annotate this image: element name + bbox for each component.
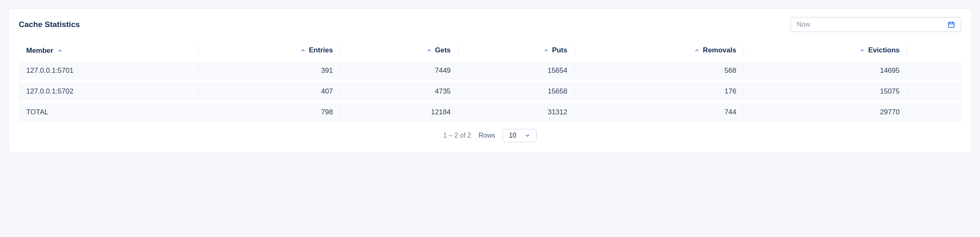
col-label: Removals: [703, 46, 736, 54]
calendar-icon: [948, 21, 955, 28]
col-header-gets[interactable]: Gets: [341, 42, 458, 59]
cell-puts: 15654: [458, 59, 575, 80]
col-label: Evictions: [868, 46, 900, 54]
table-row: 127.0.0.1:5702 407 4735 15658 176 15075: [19, 80, 961, 101]
cell-evictions: 15075: [744, 80, 907, 101]
cell-evictions: 14695: [744, 59, 907, 80]
col-label: Puts: [552, 46, 567, 54]
chevron-up-icon: [427, 48, 432, 53]
cell-entries: 407: [199, 80, 340, 101]
pagination-range: 1 – 2 of 2: [443, 132, 471, 139]
chevron-up-icon: [694, 48, 699, 53]
table-header-row: Member Entries Gets: [19, 42, 961, 59]
table-row: 127.0.0.1:5701 391 7449 15654 568 14695: [19, 59, 961, 80]
rows-label: Rows: [478, 132, 495, 139]
cell-gets: 12184: [341, 101, 458, 121]
card-title: Cache Statistics: [19, 20, 80, 29]
table-body: 127.0.0.1:5701 391 7449 15654 568 14695 …: [19, 59, 961, 121]
cell-removals: 744: [575, 101, 744, 121]
cell-puts: 31312: [458, 101, 575, 121]
cell-puts: 15658: [458, 80, 575, 101]
col-header-entries[interactable]: Entries: [199, 42, 340, 59]
chevron-up-icon: [860, 48, 865, 53]
statistics-table: Member Entries Gets: [19, 42, 961, 121]
cell-gets: 7449: [341, 59, 458, 80]
col-header-evictions[interactable]: Evictions: [744, 42, 907, 59]
cache-statistics-card: Cache Statistics Now Member: [8, 8, 972, 153]
page-size-value: 10: [509, 132, 516, 139]
chevron-up-icon: [544, 48, 549, 53]
cell-removals: 568: [575, 59, 744, 80]
cell-evictions: 29770: [744, 101, 907, 121]
cell-spacer: [907, 80, 961, 101]
col-label: Entries: [309, 46, 333, 54]
col-spacer: [907, 42, 961, 59]
col-label: Gets: [435, 46, 451, 54]
cell-entries: 391: [199, 59, 340, 80]
col-header-puts[interactable]: Puts: [458, 42, 575, 59]
cell-member: 127.0.0.1:5701: [19, 59, 199, 80]
col-header-member[interactable]: Member: [19, 42, 199, 59]
cell-removals: 176: [575, 80, 744, 101]
chevron-down-icon: [525, 133, 530, 138]
time-picker[interactable]: Now: [791, 17, 961, 32]
card-header: Cache Statistics Now: [19, 17, 961, 32]
chevron-up-icon: [301, 48, 306, 53]
cell-gets: 4735: [341, 80, 458, 101]
time-picker-value: Now: [797, 21, 810, 28]
page-size-select[interactable]: 10: [502, 129, 537, 142]
chevron-up-icon: [57, 48, 62, 53]
cell-member: TOTAL: [19, 101, 199, 121]
table-row-total: TOTAL 798 12184 31312 744 29770: [19, 101, 961, 121]
col-label: Member: [26, 47, 53, 55]
col-header-removals[interactable]: Removals: [575, 42, 744, 59]
cell-member: 127.0.0.1:5702: [19, 80, 199, 101]
pagination: 1 – 2 of 2 Rows 10: [19, 129, 961, 142]
cell-entries: 798: [199, 101, 340, 121]
cell-spacer: [907, 59, 961, 80]
cell-spacer: [907, 101, 961, 121]
svg-rect-0: [948, 22, 954, 27]
